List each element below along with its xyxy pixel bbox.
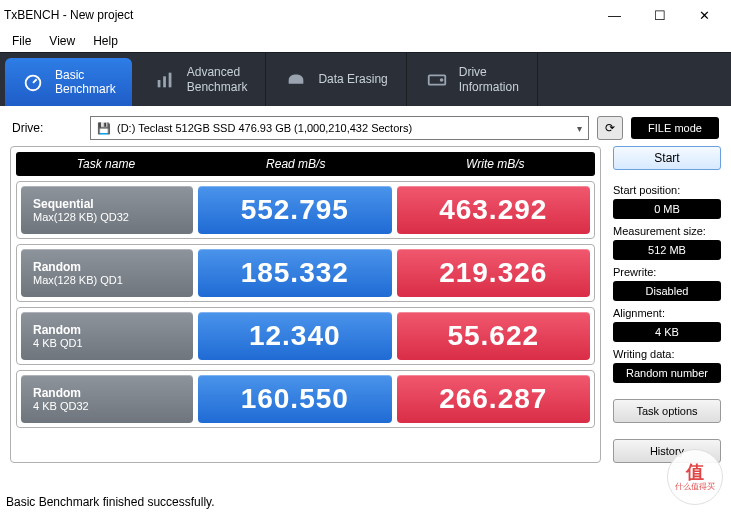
tab-basic-benchmark[interactable]: Basic Benchmark (5, 58, 132, 106)
read-value: 160.550 (198, 375, 392, 423)
status-bar: Basic Benchmark finished successfully. (6, 495, 215, 509)
prewrite-value[interactable]: Disabled (613, 281, 721, 301)
read-value: 552.795 (198, 186, 392, 234)
watermark-char: 值 (686, 463, 704, 481)
refresh-button[interactable]: ⟳ (597, 116, 623, 140)
tab-data-erasing[interactable]: Data Erasing (266, 53, 406, 106)
drive-row: Drive: 💾 (D:) Teclast 512GB SSD 476.93 G… (0, 106, 731, 146)
task-name-cell[interactable]: SequentialMax(128 KB) QD32 (21, 186, 193, 234)
titlebar: TxBENCH - New project ― ☐ ✕ (0, 0, 731, 30)
erase-icon (284, 68, 308, 92)
drive-select[interactable]: 💾 (D:) Teclast 512GB SSD 476.93 GB (1,00… (90, 116, 589, 140)
drive-icon (425, 68, 449, 92)
task-name-cell[interactable]: Random4 KB QD32 (21, 375, 193, 423)
start-position-value[interactable]: 0 MB (613, 199, 721, 219)
side-panel: Start Start position: 0 MB Measurement s… (613, 146, 721, 463)
tab-label: Basic Benchmark (55, 68, 116, 97)
writing-data-value[interactable]: Random number (613, 363, 721, 383)
measurement-size-label: Measurement size: (613, 225, 721, 237)
writing-data-label: Writing data: (613, 348, 721, 360)
write-value: 55.622 (397, 312, 591, 360)
maximize-button[interactable]: ☐ (637, 1, 682, 29)
tab-drive-information[interactable]: Drive Information (407, 53, 538, 106)
start-button[interactable]: Start (613, 146, 721, 170)
tab-bar: Basic Benchmark Advanced Benchmark Data … (0, 52, 731, 106)
header-taskname: Task name (16, 152, 196, 176)
file-mode-button[interactable]: FILE mode (631, 117, 719, 139)
alignment-value[interactable]: 4 KB (613, 322, 721, 342)
menu-view[interactable]: View (41, 32, 83, 50)
start-position-label: Start position: (613, 184, 721, 196)
header-read: Read mB/s (196, 152, 396, 176)
chevron-down-icon: ▾ (577, 123, 582, 134)
svg-point-5 (440, 79, 442, 81)
watermark: 值 什么值得买 (667, 449, 723, 505)
gauge-icon (21, 70, 45, 94)
result-row: RandomMax(128 KB) QD1 185.332 219.326 (16, 244, 595, 302)
minimize-button[interactable]: ― (592, 1, 637, 29)
result-row: Random4 KB QD32 160.550 266.287 (16, 370, 595, 428)
grid-header: Task name Read mB/s Write mB/s (16, 152, 595, 176)
menu-help[interactable]: Help (85, 32, 126, 50)
window-title: TxBENCH - New project (4, 8, 592, 22)
tab-label: Drive Information (459, 65, 519, 94)
drive-disk-icon: 💾 (97, 122, 111, 135)
write-value: 219.326 (397, 249, 591, 297)
drive-value: (D:) Teclast 512GB SSD 476.93 GB (1,000,… (117, 122, 412, 134)
menu-file[interactable]: File (4, 32, 39, 50)
menubar: File View Help (0, 30, 731, 52)
write-value: 266.287 (397, 375, 591, 423)
close-button[interactable]: ✕ (682, 1, 727, 29)
measurement-size-value[interactable]: 512 MB (613, 240, 721, 260)
tab-label: Advanced Benchmark (187, 65, 248, 94)
tab-label: Data Erasing (318, 72, 387, 86)
svg-rect-1 (157, 80, 160, 87)
result-row: SequentialMax(128 KB) QD32 552.795 463.2… (16, 181, 595, 239)
write-value: 463.292 (397, 186, 591, 234)
task-name-cell[interactable]: Random4 KB QD1 (21, 312, 193, 360)
prewrite-label: Prewrite: (613, 266, 721, 278)
read-value: 185.332 (198, 249, 392, 297)
svg-point-0 (26, 76, 41, 91)
watermark-text: 什么值得买 (675, 481, 715, 492)
svg-rect-3 (168, 72, 171, 87)
drive-label: Drive: (12, 121, 82, 135)
read-value: 12.340 (198, 312, 392, 360)
chart-icon (153, 68, 177, 92)
alignment-label: Alignment: (613, 307, 721, 319)
header-write: Write mB/s (396, 152, 596, 176)
task-options-button[interactable]: Task options (613, 399, 721, 423)
result-row: Random4 KB QD1 12.340 55.622 (16, 307, 595, 365)
results-grid: Task name Read mB/s Write mB/s Sequentia… (10, 146, 601, 463)
tab-advanced-benchmark[interactable]: Advanced Benchmark (135, 53, 267, 106)
refresh-icon: ⟳ (605, 121, 615, 135)
svg-rect-2 (163, 76, 166, 87)
task-name-cell[interactable]: RandomMax(128 KB) QD1 (21, 249, 193, 297)
